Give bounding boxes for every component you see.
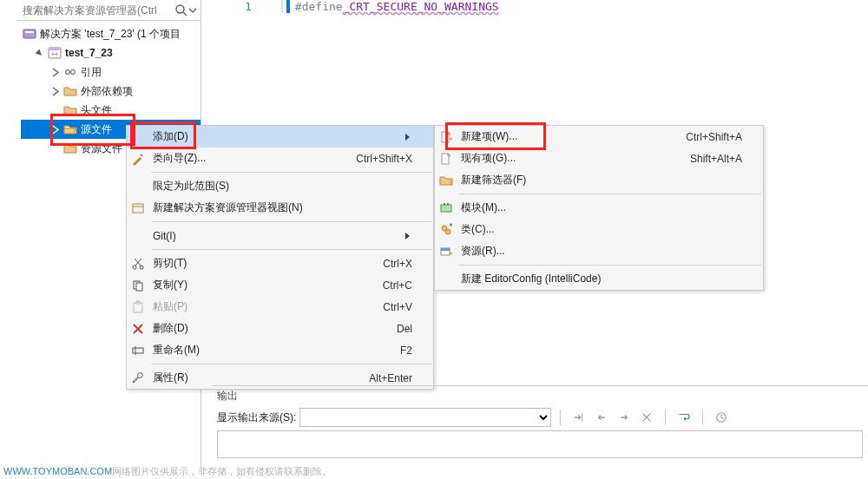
menu-label: 粘贴(P) [149, 299, 369, 314]
delete-icon [127, 318, 149, 339]
tree-node-label: 源文件 [81, 122, 112, 137]
menu-label: 新建 EditorConfig (IntelliCode) [457, 272, 742, 286]
timestamp-icon[interactable] [712, 408, 731, 427]
menu-label: 限定为此范围(S) [149, 179, 412, 194]
tree-node-references[interactable]: 引用 [21, 62, 201, 82]
menu-label: 添加(D) [149, 129, 404, 144]
new-view-icon [127, 197, 149, 219]
menu-item-new-filter[interactable]: 新建筛选器(F) [435, 169, 763, 191]
menu-item-resource[interactable]: 资源(R)... [435, 240, 763, 262]
menu-label: 新建项(W)... [457, 129, 672, 144]
tree-node-external-deps[interactable]: 外部依赖项 [21, 82, 201, 101]
menu-item-new-item[interactable]: 新建项(W)... Ctrl+Shift+A [435, 126, 763, 148]
prev-message-icon[interactable] [592, 408, 611, 427]
menu-label: 删除(D) [149, 321, 383, 336]
menu-item-scope[interactable]: 限定为此范围(S) [127, 175, 433, 197]
menu-label: 复制(Y) [149, 278, 369, 292]
search-icon[interactable] [174, 3, 188, 17]
menu-item-git[interactable]: Git(I) [127, 225, 433, 246]
preproc-directive: #define [295, 0, 343, 13]
class-icon [435, 219, 457, 240]
menu-label: 新建解决方案资源管理器视图(N) [149, 200, 412, 215]
menu-item-copy[interactable]: 复制(Y) Ctrl+C [127, 274, 433, 296]
expand-collapse-icon[interactable] [35, 49, 44, 58]
folder-icon [63, 103, 77, 117]
output-source-select[interactable] [299, 408, 551, 427]
output-textarea[interactable] [217, 430, 863, 458]
clear-all-icon[interactable] [637, 408, 656, 427]
chevron-down-icon[interactable] [188, 3, 197, 17]
svg-text:++: ++ [51, 51, 58, 57]
menu-shortcut: F2 [386, 344, 412, 357]
menu-label: 类向导(Z)... [149, 151, 342, 166]
menu-separator [151, 221, 431, 222]
svg-point-0 [176, 5, 184, 13]
solution-node[interactable]: 解决方案 'test_7_23' (1 个项目 [21, 24, 201, 43]
menu-separator [459, 265, 761, 266]
menu-shortcut: Ctrl+Shift+A [672, 131, 742, 143]
menu-shortcut: Del [383, 323, 412, 335]
search-row [17, 0, 201, 21]
footer-text: 网络图片仅供展示，非存储，如有侵权请联系删除。 [112, 465, 332, 478]
svg-point-25 [445, 229, 450, 234]
svg-rect-16 [136, 301, 140, 304]
project-node[interactable]: ++ test_7_23 [21, 43, 201, 62]
bookmark-strip-icon [281, 0, 283, 13]
menu-item-editorconfig[interactable]: 新建 EditorConfig (IntelliCode) [435, 268, 763, 290]
submenu-arrow-icon [404, 133, 412, 141]
menu-item-new-view[interactable]: 新建解决方案资源管理器视图(N) [127, 197, 433, 219]
svg-rect-3 [25, 31, 34, 33]
svg-rect-17 [133, 348, 143, 353]
menu-shortcut: Ctrl+Shift+X [342, 153, 412, 165]
menu-item-cut[interactable]: 剪切(T) Ctrl+X [127, 253, 433, 274]
menu-separator [151, 364, 431, 364]
menu-item-paste: 粘贴(P) Ctrl+V [127, 296, 433, 318]
tree-node-label: 引用 [81, 65, 102, 80]
footer-site: WWW.TOYMOBAN.COM [3, 466, 112, 476]
svg-point-12 [140, 266, 143, 269]
expand-collapse-icon[interactable] [50, 87, 60, 96]
word-wrap-icon[interactable] [674, 408, 694, 427]
wrench-icon [127, 367, 149, 389]
menu-separator [151, 172, 431, 173]
goto-message-icon[interactable] [569, 408, 589, 427]
folder-open-icon [63, 122, 77, 136]
solution-label: 解决方案 'test_7_23' (1 个项目 [40, 27, 181, 42]
tree-node-label: 资源文件 [81, 141, 122, 156]
menu-item-class-wizard[interactable]: 类向导(Z)... Ctrl+Shift+X [127, 148, 433, 169]
toolbar-separator [560, 410, 561, 425]
svg-rect-21 [441, 205, 451, 212]
menu-item-rename[interactable]: 重命名(M) F2 [127, 339, 433, 361]
expand-collapse-icon[interactable] [50, 125, 60, 135]
menu-item-add[interactable]: 添加(D) [127, 126, 433, 148]
blank-icon [127, 225, 149, 246]
line-number: 1 [245, 0, 281, 13]
blank-icon [435, 268, 457, 290]
toolbar-separator [665, 410, 666, 425]
existing-item-icon [435, 148, 457, 169]
svg-rect-23 [447, 203, 449, 205]
search-input[interactable] [21, 3, 174, 17]
toolbar-separator [702, 410, 703, 425]
menu-item-class[interactable]: 类(C)... [435, 219, 763, 240]
tree-node-header-files[interactable]: 头文件 [21, 101, 201, 120]
menu-shortcut: Ctrl+V [369, 301, 412, 313]
output-panel: 输出 显示输出来源(S): [212, 385, 868, 462]
menu-item-existing-item[interactable]: 现有项(G)... Shift+Alt+A [435, 148, 763, 169]
svg-rect-9 [133, 204, 143, 213]
menu-shortcut: Shift+Alt+A [676, 153, 742, 165]
svg-rect-15 [134, 303, 142, 312]
menu-label: 重命名(M) [149, 343, 386, 358]
submenu-arrow-icon [404, 232, 412, 240]
blank-icon [127, 175, 149, 197]
bookmark-strip-icon [286, 0, 290, 13]
menu-label: 新建筛选器(F) [457, 173, 742, 187]
menu-shortcut: Ctrl+X [369, 258, 412, 270]
menu-item-module[interactable]: 模块(M)... [435, 197, 763, 219]
paste-icon [127, 296, 149, 318]
menu-label: 类(C)... [457, 222, 742, 237]
next-message-icon[interactable] [615, 408, 634, 427]
expand-collapse-icon[interactable] [50, 68, 60, 77]
menu-item-delete[interactable]: 删除(D) Del [127, 318, 433, 339]
output-toolbar: 显示输出来源(S): [212, 406, 868, 427]
